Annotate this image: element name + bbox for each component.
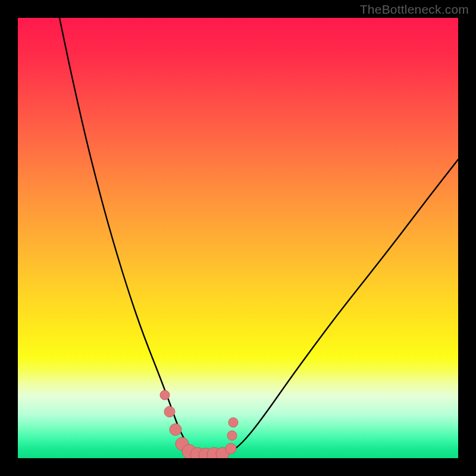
valley-marker <box>164 406 175 417</box>
valley-marker <box>160 390 170 400</box>
chart-frame: TheBottleneck.com <box>0 0 476 476</box>
valley-marker <box>226 443 236 454</box>
bottleneck-curve <box>60 18 458 456</box>
valley-markers <box>160 390 238 458</box>
watermark-text: TheBottleneck.com <box>360 2 469 17</box>
curve-svg <box>18 18 458 458</box>
valley-marker <box>170 424 181 436</box>
plot-area <box>18 18 458 458</box>
valley-marker <box>228 418 238 427</box>
valley-marker <box>227 431 237 440</box>
